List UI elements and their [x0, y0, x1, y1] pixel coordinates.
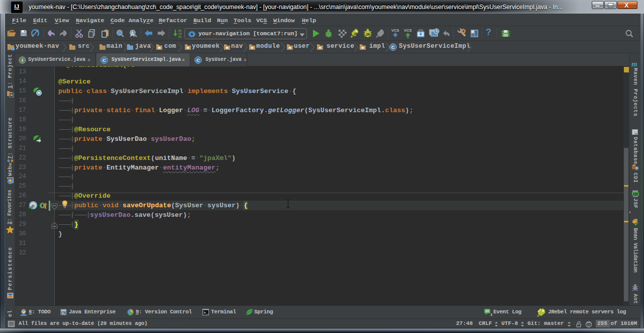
svg-text:JR: JR [366, 33, 370, 36]
svg-text:C: C [102, 57, 106, 63]
svg-text:m: m [631, 60, 637, 68]
svg-text:C: C [391, 44, 395, 50]
svg-text:C: C [196, 57, 200, 63]
svg-text:>_: >_ [203, 311, 208, 315]
svg-text:VCS: VCS [391, 28, 399, 33]
svg-text:JR: JR [354, 32, 358, 36]
svg-text:I: I [22, 57, 23, 63]
svg-text:JSF: JSF [632, 192, 638, 196]
svg-text:01: 01 [178, 35, 182, 39]
svg-text:VCS: VCS [404, 28, 411, 33]
svg-text:1: 1 [490, 312, 492, 316]
